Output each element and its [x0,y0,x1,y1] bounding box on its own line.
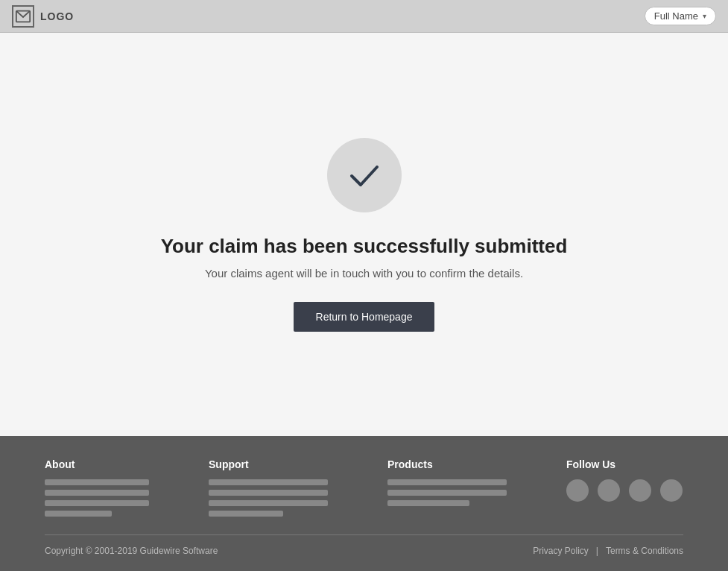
footer-links: Privacy Policy | Terms & Conditions [533,546,683,556]
chevron-down-icon: ▾ [703,12,706,20]
products-line-3 [387,500,469,506]
success-circle [327,138,402,212]
main-content: Your claim has been successfully submitt… [0,33,728,436]
footer-bottom: Copyright © 2001-2019 Guidewire Software… [45,534,683,556]
support-heading: Support [209,458,328,470]
social-circle-2[interactable] [598,479,620,502]
footer-col-products: Products [387,458,507,517]
about-line-2 [45,490,149,496]
about-line-1 [45,479,149,485]
footer-col-about: About [45,458,149,517]
terms-conditions-link[interactable]: Terms & Conditions [606,546,683,556]
about-line-4 [45,511,112,517]
logo-icon [12,5,34,28]
about-heading: About [45,458,149,470]
footer-col-support: Support [209,458,328,517]
social-circles [566,479,683,502]
privacy-policy-link[interactable]: Privacy Policy [533,546,589,556]
products-line-1 [387,479,507,485]
support-line-4 [209,511,283,517]
footer: About Support Products [0,436,728,571]
return-to-homepage-button[interactable]: Return to Homepage [294,302,435,332]
copyright-text: Copyright © 2001-2019 Guidewire Software [45,546,218,556]
support-line-3 [209,500,328,506]
footer-columns: About Support Products [45,458,683,517]
support-lines [209,479,328,517]
link-separator: | [596,546,598,556]
about-line-3 [45,500,149,506]
social-circle-3[interactable] [629,479,651,502]
logo-text: LOGO [40,10,74,22]
support-line-1 [209,479,328,485]
social-circle-4[interactable] [660,479,683,502]
products-lines [387,479,507,506]
user-dropdown[interactable]: Full Name ▾ [645,7,716,25]
logo-area: LOGO [12,5,74,28]
success-title: Your claim has been successfully submitt… [161,235,568,258]
support-line-2 [209,490,328,496]
footer-col-follow: Follow Us [566,458,683,517]
follow-heading: Follow Us [566,458,683,470]
about-lines [45,479,149,517]
user-label: Full Name [654,10,698,22]
products-line-2 [387,490,507,496]
header: LOGO Full Name ▾ [0,0,728,33]
products-heading: Products [387,458,507,470]
social-circle-1[interactable] [566,479,589,502]
success-subtitle: Your claims agent will be in touch with … [205,267,523,280]
